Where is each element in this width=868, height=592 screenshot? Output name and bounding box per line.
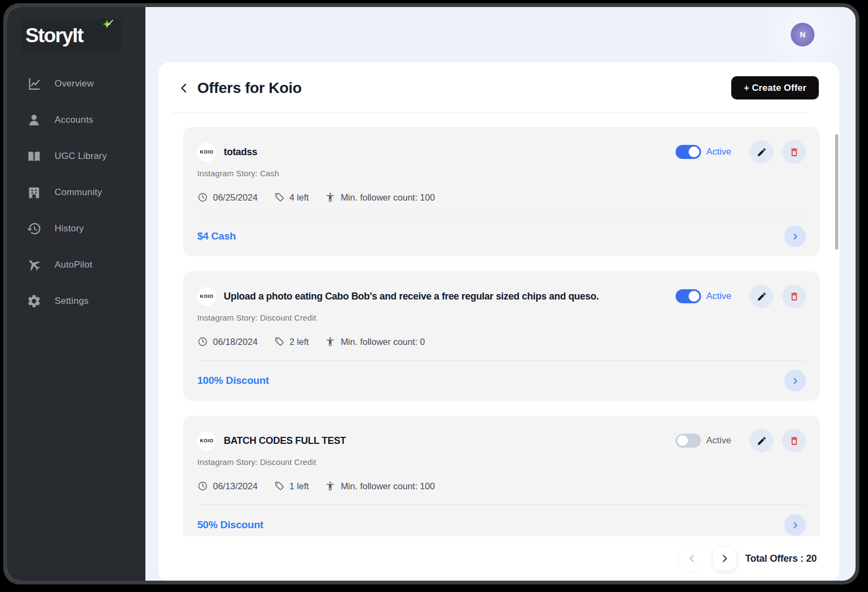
- app-logo: StoryIt: [21, 19, 122, 51]
- offer-min-follower: Min. follower count: 100: [325, 481, 435, 491]
- sidebar-item-overview[interactable]: Overview: [7, 65, 145, 102]
- toggle-label: Active: [706, 291, 731, 302]
- open-offer-button[interactable]: [784, 225, 806, 247]
- edit-offer-button[interactable]: [750, 140, 773, 164]
- pencil-icon: [757, 436, 767, 446]
- offer-meta: 06/13/2024 1 left Min. follower count: 1…: [197, 481, 806, 491]
- sidebar-item-label: Accounts: [55, 115, 94, 125]
- chevron-left-icon: [687, 554, 697, 563]
- sidebar-item-autopilot[interactable]: AutoPilot: [7, 247, 145, 283]
- edit-offer-button[interactable]: [750, 429, 773, 453]
- offer-subtitle: Instagram Story: Discount Credit: [197, 313, 806, 322]
- building-icon: [26, 185, 42, 200]
- create-offer-button[interactable]: + Create Offer: [731, 76, 819, 99]
- trash-icon: [789, 291, 799, 302]
- sidebar-nav: Overview Accounts UGC Library Community …: [7, 65, 145, 319]
- brand-badge-label: KOIO: [200, 149, 213, 155]
- offer-remaining-value: 1 left: [290, 481, 309, 491]
- offer-card-header: KOIO BATCH CODES FULL TEST Active: [197, 429, 806, 453]
- avatar-initial: N: [800, 30, 805, 39]
- pencil-icon: [757, 291, 767, 302]
- offer-reward: $4 Cash: [197, 230, 236, 242]
- active-toggle[interactable]: [676, 289, 701, 303]
- offer-date-value: 06/25/2024: [213, 192, 258, 203]
- brand-badge: KOIO: [197, 431, 216, 450]
- offer-controls: Active: [676, 284, 806, 308]
- tag-icon: [274, 192, 285, 203]
- offer-min-follower-value: Min. follower count: 0: [340, 337, 425, 347]
- edit-offer-button[interactable]: [750, 284, 773, 308]
- delete-offer-button[interactable]: [782, 429, 806, 453]
- next-page-button[interactable]: [712, 546, 737, 571]
- active-toggle[interactable]: [676, 145, 701, 159]
- app-window: StoryIt Overview Accounts UGC Library: [3, 3, 859, 584]
- tag-icon: [274, 481, 285, 491]
- sidebar-item-settings[interactable]: Settings: [7, 283, 145, 319]
- brand-badge-label: KOIO: [200, 438, 213, 443]
- pagination: Total Offers : 20: [158, 536, 839, 581]
- sidebar: StoryIt Overview Accounts UGC Library: [7, 7, 145, 581]
- logo-text: StoryIt: [25, 24, 83, 46]
- sidebar-item-label: Overview: [55, 78, 94, 89]
- offer-card: KOIO Upload a photo eating Cabo Bob's an…: [183, 271, 820, 401]
- offer-meta: 06/18/2024 2 left Min. follower count: 0: [197, 336, 806, 347]
- delete-offer-button[interactable]: [782, 140, 806, 164]
- open-offer-button[interactable]: [784, 514, 806, 536]
- clock-icon: [197, 481, 208, 491]
- sidebar-item-accounts[interactable]: Accounts: [7, 102, 145, 138]
- offer-meta: 06/25/2024 4 left Min. follower count: 1…: [197, 192, 806, 203]
- sidebar-item-history[interactable]: History: [7, 210, 145, 247]
- offer-title: totadss: [224, 147, 667, 158]
- offer-remaining: 4 left: [274, 192, 309, 203]
- sidebar-item-label: Community: [55, 187, 102, 198]
- offer-card: KOIO BATCH CODES FULL TEST Active Instag…: [183, 416, 820, 536]
- history-clock-icon: [26, 221, 42, 236]
- pencil-icon: [757, 147, 767, 157]
- offer-remaining: 2 left: [274, 336, 309, 347]
- chevron-right-icon: [720, 554, 730, 563]
- sidebar-item-label: AutoPilot: [55, 260, 92, 270]
- offers-list: KOIO totadss Active Instagram Story: Cas…: [158, 113, 839, 536]
- person-icon: [26, 112, 42, 128]
- offer-card-header: KOIO totadss Active: [197, 140, 806, 164]
- delete-offer-button[interactable]: [782, 284, 806, 308]
- offer-reward: 50% Discount: [197, 519, 263, 531]
- offer-controls: Active: [676, 429, 806, 453]
- chevron-right-icon: [791, 521, 799, 529]
- brand-badge: KOIO: [197, 287, 216, 306]
- offer-date: 06/13/2024: [197, 481, 258, 491]
- person-figure-icon: [325, 336, 336, 347]
- sidebar-item-label: UGC Library: [55, 151, 107, 162]
- back-button[interactable]: [175, 79, 193, 97]
- previous-page-button[interactable]: [679, 546, 704, 571]
- offer-controls: Active: [676, 140, 806, 164]
- sidebar-item-label: History: [55, 223, 84, 234]
- offer-footer: 100% Discount: [197, 361, 806, 401]
- offer-date: 06/18/2024: [197, 336, 258, 347]
- clock-icon: [197, 336, 208, 347]
- offer-min-follower-value: Min. follower count: 100: [340, 192, 435, 203]
- offer-card-header: KOIO Upload a photo eating Cabo Bob's an…: [197, 284, 806, 308]
- open-offer-button[interactable]: [784, 370, 806, 391]
- brand-badge: KOIO: [197, 143, 216, 162]
- plane-icon: [26, 257, 42, 272]
- scrollbar[interactable]: [835, 134, 838, 250]
- sidebar-item-label: Settings: [55, 296, 89, 307]
- offer-date-value: 06/13/2024: [213, 481, 258, 491]
- offer-date-value: 06/18/2024: [213, 337, 258, 347]
- sidebar-item-ugc-library[interactable]: UGC Library: [7, 138, 145, 174]
- offer-title: BATCH CODES FULL TEST: [224, 435, 667, 447]
- logo-star-icon: [99, 18, 115, 34]
- offer-date: 06/25/2024: [197, 192, 258, 203]
- offer-remaining: 1 left: [274, 481, 309, 491]
- sidebar-item-community[interactable]: Community: [7, 174, 145, 210]
- offer-title: Upload a photo eating Cabo Bob's and rec…: [224, 291, 667, 302]
- active-toggle[interactable]: [676, 434, 701, 448]
- brand-badge-label: KOIO: [200, 294, 213, 299]
- offer-min-follower-value: Min. follower count: 100: [340, 481, 435, 491]
- toggle-label: Active: [706, 435, 731, 446]
- chevron-right-icon: [791, 232, 799, 241]
- panel-header: Offers for Koio + Create Offer: [158, 62, 839, 112]
- offer-remaining-value: 2 left: [290, 337, 309, 347]
- user-avatar[interactable]: N: [791, 23, 814, 46]
